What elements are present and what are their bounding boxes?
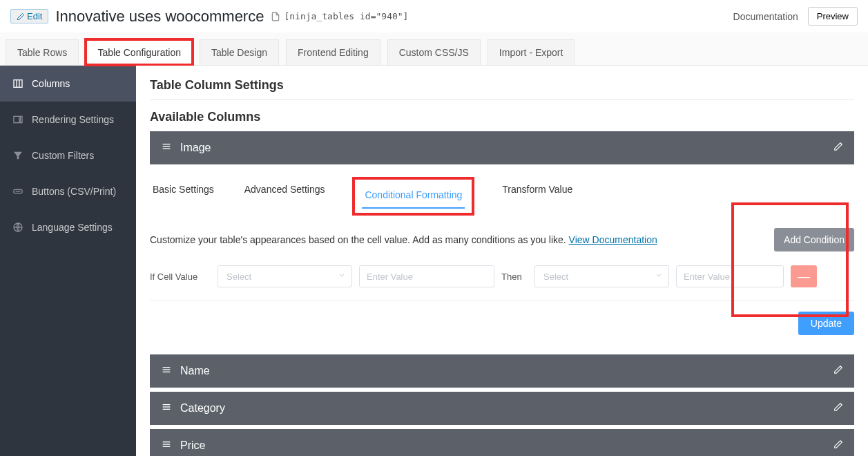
- tab-label: Import - Export: [499, 47, 563, 58]
- description-row: Customize your table's appearances based…: [150, 216, 854, 261]
- inner-tab-transform[interactable]: Transform Value: [499, 177, 575, 216]
- svg-rect-0: [14, 80, 22, 88]
- filter-icon: [12, 150, 23, 161]
- chevron-down-icon: [655, 272, 663, 282]
- column-header-image[interactable]: Image: [150, 131, 854, 164]
- update-row: Update: [150, 301, 854, 335]
- tab-label: Table Design: [211, 47, 267, 58]
- edit-button-label: Edit: [27, 11, 42, 21]
- if-value-input[interactable]: [359, 265, 494, 287]
- tab-label: Table Rows: [17, 47, 67, 58]
- chevron-down-icon: [338, 272, 346, 282]
- svg-rect-3: [14, 116, 19, 122]
- column-name: Image: [180, 142, 211, 154]
- inner-tab-basic[interactable]: Basic Settings: [150, 177, 217, 216]
- svg-rect-4: [20, 116, 22, 122]
- page-header: Edit Innovative uses woocommerce [ninja_…: [0, 0, 868, 32]
- shortcode-text: [ninja_tables id="940"]: [284, 11, 408, 21]
- select-placeholder: Select: [226, 272, 251, 282]
- if-label: If Cell Value: [150, 272, 211, 282]
- shortcode-box: [ninja_tables id="940"]: [271, 11, 408, 21]
- inner-tabs: Basic Settings Advanced Settings Conditi…: [150, 177, 854, 216]
- column-header-name[interactable]: Name: [150, 354, 854, 388]
- preview-button[interactable]: Preview: [808, 7, 858, 26]
- add-condition-button[interactable]: Add Condition: [774, 228, 854, 251]
- highlight-box-conditional: Conditional Formatting: [352, 177, 474, 216]
- tab-label: Custom CSS/JS: [399, 47, 469, 58]
- language-icon: [12, 222, 23, 233]
- description-content: Customize your table's appearances based…: [150, 234, 566, 245]
- sidebar-item-label: Columns: [32, 78, 70, 89]
- body-row: Columns Rendering Settings Custom Filter…: [0, 66, 868, 456]
- drag-icon[interactable]: [161, 141, 172, 155]
- inner-tab-advanced[interactable]: Advanced Settings: [242, 177, 328, 216]
- edit-column-icon[interactable]: [833, 142, 843, 154]
- inner-tab-conditional[interactable]: Conditional Formatting: [362, 182, 465, 209]
- sidebar-item-label: Custom Filters: [32, 150, 94, 161]
- section-title: Table Column Settings: [150, 78, 854, 99]
- select-placeholder: Select: [543, 272, 568, 282]
- columns-icon: [12, 78, 23, 89]
- header-right: Documentation Preview: [733, 7, 858, 26]
- main-content: Table Column Settings Available Columns …: [136, 66, 868, 456]
- tab-table-design[interactable]: Table Design: [200, 39, 279, 65]
- sidebar-item-label: Rendering Settings: [32, 114, 114, 125]
- sidebar-item-columns[interactable]: Columns: [0, 66, 136, 102]
- sidebar-item-label: Buttons (CSV/Print): [32, 186, 116, 197]
- update-button[interactable]: Update: [798, 312, 854, 335]
- tab-label: Frontend Editing: [298, 47, 369, 58]
- tab-table-configuration[interactable]: Table Configuration: [86, 39, 193, 65]
- rendering-icon: [12, 114, 23, 125]
- divider: [150, 99, 854, 100]
- edit-button[interactable]: Edit: [10, 9, 48, 23]
- then-value-input[interactable]: [676, 265, 784, 287]
- column-name: Category: [180, 402, 225, 415]
- if-operator-select[interactable]: Select: [218, 265, 352, 287]
- then-action-select[interactable]: Select: [534, 265, 669, 287]
- document-icon: [271, 12, 280, 21]
- remove-symbol: —: [798, 269, 810, 284]
- pencil-icon: [17, 12, 25, 21]
- description-text: Customize your table's appearances based…: [150, 234, 657, 245]
- edit-column-icon[interactable]: [833, 402, 843, 415]
- documentation-link[interactable]: Documentation: [733, 11, 798, 22]
- condition-row: If Cell Value Select Then Select —: [150, 261, 854, 301]
- column-header-category[interactable]: Category: [150, 392, 854, 425]
- sidebar-item-language[interactable]: Language Settings: [0, 209, 136, 245]
- edit-column-icon[interactable]: [833, 439, 843, 452]
- edit-column-icon[interactable]: [833, 365, 843, 377]
- drag-icon[interactable]: [161, 364, 172, 378]
- remove-condition-button[interactable]: —: [791, 265, 817, 287]
- page-title: Innovative uses woocommerce: [55, 8, 264, 26]
- available-columns-title: Available Columns: [150, 110, 854, 124]
- svg-marker-5: [14, 152, 22, 160]
- tab-table-rows[interactable]: Table Rows: [6, 39, 79, 65]
- tab-label: Table Configuration: [97, 47, 181, 58]
- sidebar-item-label: Language Settings: [32, 222, 113, 233]
- tab-import-export[interactable]: Import - Export: [488, 39, 575, 65]
- sidebar: Columns Rendering Settings Custom Filter…: [0, 66, 136, 456]
- then-label: Then: [501, 272, 528, 282]
- column-header-price[interactable]: Price: [150, 429, 854, 456]
- sidebar-item-rendering[interactable]: Rendering Settings: [0, 102, 136, 137]
- drag-icon[interactable]: [161, 439, 172, 453]
- view-documentation-link[interactable]: View Documentation: [569, 234, 657, 245]
- column-name: Name: [180, 365, 210, 377]
- buttons-icon: [12, 186, 23, 197]
- column-name: Price: [180, 439, 205, 452]
- sidebar-item-buttons[interactable]: Buttons (CSV/Print): [0, 173, 136, 209]
- main-tabs: Table Rows Table Configuration Table Des…: [0, 32, 868, 66]
- sidebar-item-filters[interactable]: Custom Filters: [0, 137, 136, 173]
- inner-tabs-wrap: Basic Settings Advanced Settings Conditi…: [150, 164, 854, 335]
- tab-frontend-editing[interactable]: Frontend Editing: [286, 39, 380, 65]
- tab-custom-css-js[interactable]: Custom CSS/JS: [387, 39, 481, 65]
- drag-icon[interactable]: [161, 401, 172, 415]
